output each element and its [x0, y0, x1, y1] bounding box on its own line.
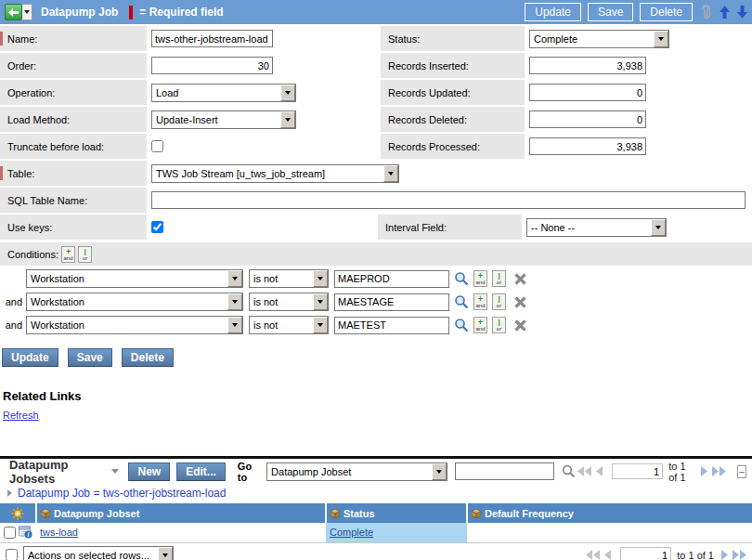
status-label: Status: — [381, 26, 525, 51]
delete-condition-icon[interactable] — [514, 319, 526, 332]
condition-row: and Workstation is not +and |or — [0, 315, 752, 335]
goto-field-select[interactable]: Datapump Jobset — [266, 462, 447, 481]
chevron-down-icon — [24, 10, 30, 14]
reference-lookup-icon[interactable] — [454, 318, 469, 332]
condition-operator-select[interactable]: is not — [249, 293, 329, 311]
condition-operator-select[interactable]: is not — [249, 269, 329, 288]
interval-field-select[interactable]: -- None -- — [526, 218, 667, 237]
previous-page-icon[interactable] — [595, 466, 603, 476]
row-checkbox[interactable] — [4, 527, 16, 539]
sql-table-name-label: SQL Table Name: — [0, 188, 147, 213]
records-inserted-input[interactable] — [529, 57, 646, 74]
back-button[interactable] — [5, 4, 22, 20]
update-button[interactable]: Update — [525, 3, 581, 21]
truncate-checkbox[interactable] — [151, 140, 163, 152]
column-header-status[interactable]: Status — [326, 503, 467, 523]
name-input[interactable] — [151, 30, 273, 47]
record-preview-icon[interactable]: i — [19, 526, 32, 539]
refresh-link[interactable]: Refresh — [3, 410, 39, 421]
add-or-condition-button[interactable]: |or — [492, 270, 506, 287]
reference-lookup-icon[interactable] — [454, 271, 469, 286]
condition-value-input[interactable] — [334, 293, 449, 311]
condition-conjunction: and — [0, 296, 26, 307]
form-row-records-inserted: Records Inserted: — [376, 53, 752, 78]
list-title[interactable]: Datapump Jobsets — [9, 458, 108, 486]
edit-button[interactable]: Edit... — [176, 462, 226, 481]
form-row-truncate: Truncate before load: — [0, 134, 376, 159]
condition-field-select[interactable]: Workstation — [26, 316, 243, 334]
previous-record-icon[interactable] — [720, 6, 730, 19]
sql-table-name-input[interactable] — [151, 191, 746, 209]
condition-field-select[interactable]: Workstation — [26, 269, 243, 288]
related-list-header: Datapump Jobsets New Edit... Go to Datap… — [0, 459, 752, 484]
status-select[interactable]: Complete — [529, 30, 669, 48]
attachment-paperclip-icon[interactable] — [700, 5, 712, 20]
save-button[interactable]: Save — [68, 348, 112, 367]
last-page-icon[interactable] — [733, 550, 746, 560]
column-header-jobset[interactable]: Datapump Jobset — [36, 503, 326, 523]
status-cell: Complete — [326, 523, 467, 542]
conditions-bar: Conditions: +and |or — [0, 242, 752, 266]
records-processed-input[interactable] — [529, 137, 646, 155]
add-and-condition-button[interactable]: +and — [473, 317, 487, 333]
reference-lookup-icon[interactable] — [454, 294, 469, 309]
records-updated-input[interactable] — [529, 84, 646, 101]
condition-value-input[interactable] — [334, 270, 449, 288]
new-button[interactable]: New — [128, 462, 170, 481]
select-all-checkbox[interactable] — [6, 549, 18, 560]
add-or-condition-button[interactable]: |or — [78, 246, 92, 263]
search-icon[interactable] — [562, 464, 576, 478]
add-or-condition-button[interactable]: |or — [492, 317, 506, 333]
next-page-icon[interactable] — [701, 466, 708, 476]
table-select[interactable]: TWS Job Stream [u_tws_job_stream] — [151, 164, 399, 183]
save-button[interactable]: Save — [588, 3, 633, 21]
status-link[interactable]: Complete — [330, 527, 373, 538]
back-arrow-icon — [8, 8, 19, 17]
list-search-input[interactable] — [455, 462, 554, 480]
collapse-list-button[interactable]: − — [737, 465, 746, 478]
condition-conjunction: and — [0, 319, 26, 331]
column-header-frequency[interactable]: Default Frequency — [467, 503, 752, 523]
delete-condition-icon[interactable] — [514, 273, 526, 285]
use-keys-checkbox[interactable] — [151, 221, 163, 233]
previous-page-icon[interactable] — [603, 550, 611, 560]
records-deleted-input[interactable] — [529, 111, 646, 128]
first-page-icon[interactable] — [586, 550, 600, 560]
back-menu-button[interactable] — [22, 4, 32, 20]
gear-icon — [11, 507, 24, 520]
interval-field-label: Interval Field: — [378, 215, 522, 240]
add-and-condition-button[interactable]: +and — [473, 270, 487, 287]
condition-operator-select[interactable]: is not — [249, 316, 329, 334]
next-page-icon[interactable] — [721, 550, 729, 560]
delete-button[interactable]: Delete — [122, 348, 174, 367]
add-or-condition-button[interactable]: |or — [492, 293, 506, 310]
add-and-condition-button[interactable]: +and — [473, 293, 487, 310]
list-menu-icon[interactable] — [111, 469, 119, 474]
add-and-condition-button[interactable]: +and — [61, 246, 75, 263]
chevron-down-icon — [280, 85, 295, 101]
condition-row: and Workstation is not +and |or — [0, 292, 752, 312]
last-page-icon[interactable] — [712, 466, 726, 476]
cube-icon — [41, 509, 50, 518]
jobset-link[interactable]: tws-load — [40, 527, 78, 538]
page-number-input[interactable] — [620, 547, 671, 560]
next-record-icon[interactable] — [737, 6, 747, 19]
delete-button[interactable]: Delete — [640, 3, 693, 21]
operation-select[interactable]: Load — [151, 84, 296, 102]
delete-condition-icon[interactable] — [514, 296, 526, 308]
records-inserted-label: Records Inserted: — [381, 53, 525, 78]
header-gear-cell[interactable] — [0, 503, 36, 523]
table-label: Table: — [0, 161, 147, 186]
order-input[interactable] — [151, 57, 273, 74]
update-button[interactable]: Update — [2, 348, 58, 367]
required-marker — [0, 166, 3, 180]
load-method-select[interactable]: Update-Insert — [151, 111, 296, 129]
breadcrumb-filter-link[interactable]: Datapump Job = tws-other-jobstream-load — [18, 487, 226, 500]
actions-select[interactable]: Actions on selected rows... — [23, 546, 174, 560]
first-page-icon[interactable] — [577, 466, 591, 476]
page-number-input[interactable] — [612, 463, 663, 479]
condition-field-select[interactable]: Workstation — [26, 293, 243, 311]
condition-value-input[interactable] — [334, 317, 449, 334]
chevron-down-icon — [654, 31, 668, 47]
table-row: i tws-load Complete — [0, 523, 752, 542]
